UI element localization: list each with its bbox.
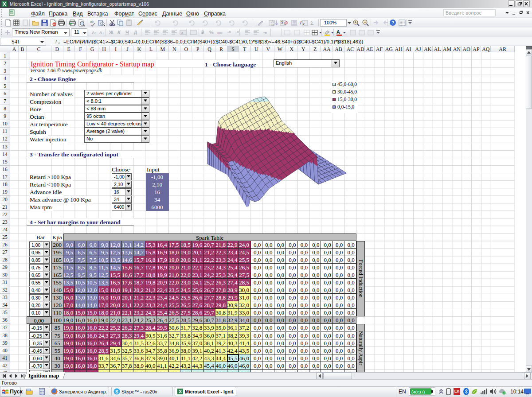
svg-text:A↓: A↓: [99, 31, 104, 35]
svg-text:⁻⁰: ⁻⁰: [235, 31, 239, 35]
svg-text:A↑: A↑: [92, 31, 97, 35]
svg-text:$: $: [281, 20, 284, 24]
svg-text:x: x: [302, 22, 305, 26]
svg-text:Д: Д: [134, 30, 137, 35]
svg-text:Σ: Σ: [310, 20, 313, 26]
svg-text:ab: ab: [90, 20, 94, 23]
svg-text:a: a: [181, 31, 183, 34]
svg-text:Я: Я: [271, 23, 274, 27]
svg-text:⁺⁰: ⁺⁰: [227, 31, 231, 35]
svg-text:f: f: [300, 20, 302, 25]
svg-text:x: x: [58, 41, 60, 45]
svg-text:К: К: [117, 30, 121, 35]
svg-text:Ж: Ж: [109, 30, 113, 35]
svg-text:?: ?: [391, 20, 394, 25]
svg-text:S: S: [115, 389, 118, 394]
svg-text:Ч: Ч: [125, 30, 129, 35]
svg-text:⇥: ⇥: [263, 31, 267, 35]
svg-text:(40:37): (40:37): [411, 389, 425, 394]
svg-text:%: %: [209, 30, 214, 35]
svg-text:A: A: [336, 29, 340, 35]
svg-text:000: 000: [217, 31, 223, 35]
svg-text:₽: ₽: [201, 30, 204, 35]
svg-text:f: f: [55, 39, 57, 44]
